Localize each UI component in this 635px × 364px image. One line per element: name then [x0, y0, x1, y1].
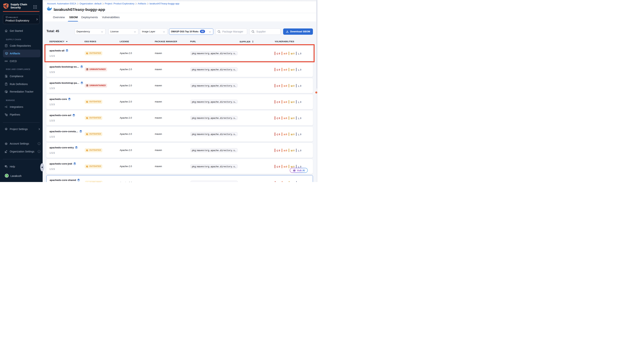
- svg-text:?: ?: [5, 166, 6, 167]
